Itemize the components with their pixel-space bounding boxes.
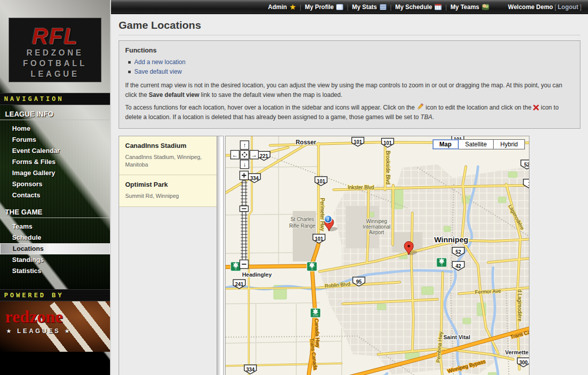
top-bar: Admin★|My Profile|My Stats|My Schedule|M… [111, 0, 588, 14]
svg-text:95: 95 [356, 279, 362, 284]
location-card[interactable]: Optimist ParkSummit Rd, Winnipeg [119, 175, 217, 206]
list-item: Save default view [127, 67, 574, 77]
svg-text:241: 241 [235, 281, 244, 287]
location-address: Summit Rd, Winnipeg [125, 192, 210, 200]
separator: | [347, 4, 348, 11]
svg-text:101: 101 [315, 236, 324, 241]
menu-my-profile[interactable]: My Profile [305, 4, 343, 11]
text: icon to edit the location and click on t… [424, 104, 533, 111]
calendar-icon [435, 4, 442, 10]
map-panel: RosserHeadingleyWinnipegSaint VitalVerme… [225, 136, 529, 375]
logo-line: REDZONE [9, 47, 101, 58]
zoom-in-button[interactable] [240, 171, 248, 180]
edit-pencil-icon [416, 103, 424, 111]
sidebar-item-forums[interactable]: Forums [0, 134, 110, 145]
trans-canada-shield: 1 [437, 258, 447, 267]
separator: | [300, 4, 301, 11]
svg-text:→: → [251, 151, 257, 158]
menu-admin[interactable]: Admin★ [268, 4, 296, 11]
calculator-icon [380, 4, 387, 10]
location-list: CanadInns StadiumCanadInns Stadium, Winn… [119, 136, 217, 375]
map-label: Winnipeg [366, 219, 387, 224]
menu-my-teams[interactable]: My Teams [450, 4, 489, 11]
svg-text:1: 1 [235, 266, 237, 271]
league-info-nav: HomeForumsEvent CalendarForms & FilesIma… [0, 120, 110, 203]
italic-text: TBA [420, 114, 432, 121]
top-menu: Admin★|My Profile|My Stats|My Schedule|M… [268, 4, 489, 11]
location-name: CanadInns Stadium [125, 142, 210, 149]
svg-text:i: i [328, 216, 329, 222]
redzone-wordmark: redzone [5, 309, 63, 325]
svg-text:100: 100 [313, 313, 318, 316]
menu-label: My Teams [450, 4, 479, 11]
pan-right-button[interactable]: → [250, 150, 258, 159]
star-icon: ★ [289, 4, 296, 10]
league-logo: RFL REDZONE FOOTBALL LEAGUE [9, 18, 101, 82]
map-label: d Lagimodière [517, 289, 522, 322]
menu-label: My Schedule [395, 4, 432, 11]
map-type-hybrid[interactable]: Hybrid [494, 139, 525, 149]
menu-my-stats[interactable]: My Stats [352, 4, 386, 11]
logo-line: FOOTBALL [9, 58, 101, 69]
location-address: CanadInns Stadium, Winnipeg, Manitoba [125, 153, 210, 169]
bracket: ] [580, 4, 581, 11]
sidebar-item-home[interactable]: Home [0, 123, 110, 134]
svg-text:221: 221 [260, 153, 269, 158]
svg-text:1: 1 [311, 266, 313, 271]
map-label: Inkster Blvd [348, 185, 374, 190]
zoom-slider-thumb[interactable] [240, 206, 248, 211]
pan-left-button[interactable]: ← [231, 150, 239, 159]
svg-text:300: 300 [519, 359, 528, 365]
sidebar-item-statistics[interactable]: Statistics [0, 265, 110, 277]
list-item: Add a new location [127, 58, 574, 67]
separator: | [390, 4, 392, 11]
the-game-nav: TeamsScheduleLocationsStandingsStatistic… [0, 218, 110, 279]
text: To access functions for each location, h… [125, 104, 416, 111]
vertical-scrollbar[interactable] [217, 136, 223, 375]
pan-down-button[interactable]: ↓ [240, 160, 249, 169]
menu-my-schedule[interactable]: My Schedule [395, 4, 442, 11]
separator: | [445, 4, 447, 11]
logo-line: LEAGUE [9, 69, 101, 79]
people-icon [482, 4, 489, 10]
sidebar-item-locations[interactable]: Locations [0, 243, 110, 254]
pan-up-button[interactable]: ↑ [240, 141, 249, 149]
svg-text:52: 52 [455, 249, 461, 254]
sidebar-item-schedule[interactable]: Schedule [0, 232, 110, 243]
sidebar-item-sponsors[interactable]: Sponsors [0, 179, 110, 190]
sidebar-item-forms-files[interactable]: Forms & Files [0, 156, 110, 168]
sidebar-item-image-gallery[interactable]: Image Gallery [0, 168, 110, 179]
location-card[interactable]: CanadInns StadiumCanadInns Stadium, Winn… [119, 136, 217, 176]
map-label: Saint Vital [444, 334, 470, 340]
save-default-view-link[interactable]: Save default view [134, 68, 182, 75]
add-location-link[interactable]: Add a new location [134, 59, 185, 66]
sidebar-item-standings[interactable]: Standings [0, 254, 110, 265]
svg-text:←: ← [232, 151, 238, 158]
trans-canada-shield: 1 [231, 262, 241, 271]
section-title-league-info: LEAGUE INFO [0, 105, 110, 120]
sidebar-item-teams[interactable]: Teams [0, 221, 110, 232]
marker-info-icon[interactable]: i [325, 215, 332, 223]
leagues-wordmark: ★ LEAGUES ★ [6, 328, 72, 335]
map-canvas[interactable]: RosserHeadingleyWinnipegSaint VitalVerme… [226, 136, 529, 375]
map-label: Airport [369, 230, 384, 235]
map-type-map[interactable]: Map [433, 139, 459, 149]
instructions-paragraph-1: If the current map view is not in the de… [125, 81, 574, 99]
svg-text:↓: ↓ [243, 161, 246, 168]
logout-link[interactable]: Logout [558, 4, 578, 11]
svg-text:52: 52 [524, 162, 529, 167]
sidebar-item-event-calendar[interactable]: Event Calendar [0, 145, 110, 156]
pan-center-button[interactable] [240, 150, 249, 159]
zoom-out-button[interactable] [240, 260, 248, 269]
page-title: Game Locations [119, 19, 580, 35]
map-type-satellite[interactable]: Satellite [459, 139, 494, 149]
map-label: Rosser [296, 139, 316, 146]
trans-canada-shield: 1 [307, 262, 317, 271]
id-card-icon [336, 4, 343, 10]
navigation-header: NAVIGATION [0, 93, 110, 105]
map-label: Perimeter Hwy [319, 198, 325, 231]
svg-text:1: 1 [441, 262, 443, 266]
sidebar-item-contacts[interactable]: Contacts [0, 190, 110, 201]
map-label: Vermette [505, 349, 528, 355]
svg-text:101: 101 [384, 140, 392, 145]
